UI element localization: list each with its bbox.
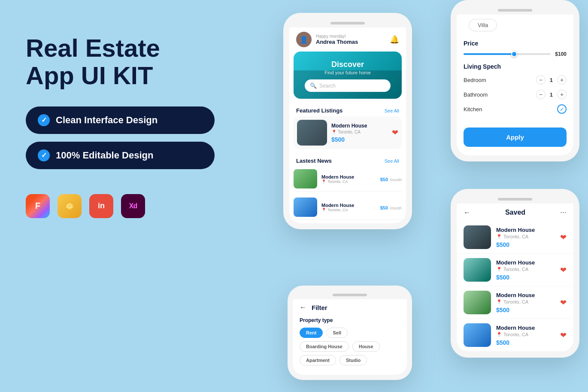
tag-house[interactable]: House bbox=[352, 341, 380, 352]
feature-badge-2: ✓ 100% Editable Design bbox=[26, 142, 215, 169]
figma-icon: F bbox=[26, 194, 50, 218]
feature-badge-1: ✓ Clean Interface Design bbox=[26, 106, 215, 134]
hero-banner: Discover Find your future home 🔍 Search bbox=[294, 52, 402, 99]
featured-section-header: Featured Listings See All bbox=[289, 103, 406, 116]
header-row: 👤 Happy monday! Andrea Thomas 🔔 bbox=[289, 27, 406, 52]
left-panel: Real Estate App UI KIT ✓ Clean Interface… bbox=[0, 0, 240, 392]
news-info-1: Modern House 📍 Toronto, CA bbox=[321, 174, 376, 184]
property-type-tags: Rent Sell Boarding House House Apartment… bbox=[293, 325, 407, 368]
living-section: Living Spech Bedroom − 1 + Bathroom − 1 … bbox=[457, 61, 573, 123]
filter-notch-bar bbox=[333, 294, 367, 296]
saved-notch bbox=[457, 195, 573, 204]
filter-header: ← Filter bbox=[293, 299, 407, 316]
notch bbox=[289, 19, 406, 27]
listing-card-1[interactable]: Modern House 📍 Toronto, CA $500 ❤ bbox=[294, 116, 402, 149]
search-icon: 🔍 bbox=[310, 82, 317, 89]
saved-back-arrow[interactable]: ← bbox=[464, 209, 470, 216]
bell-icon[interactable]: 🔔 bbox=[390, 35, 399, 44]
bathroom-row: Bathroom − 1 + bbox=[464, 90, 567, 99]
slider-thumb[interactable] bbox=[511, 51, 517, 57]
saved-screen: ← Saved ··· Modern House 📍 Toronto, CA $… bbox=[457, 195, 573, 352]
news-price-1: $50 /month bbox=[380, 175, 402, 183]
saved-heart-2[interactable]: ❤ bbox=[560, 265, 567, 275]
slider-fill bbox=[464, 53, 516, 55]
filter3-notch bbox=[457, 6, 573, 15]
favorite-icon-1[interactable]: ❤ bbox=[392, 128, 398, 137]
tag-rent[interactable]: Rent bbox=[300, 328, 323, 338]
phone-filter: ← Filter Property type Rent Sell Boardin… bbox=[288, 286, 412, 380]
saved-item-2[interactable]: Modern House 📍 Toronto, CA $500 ❤ bbox=[457, 254, 573, 286]
price-section: Price $100 bbox=[457, 36, 573, 61]
saved-loc-1: 📍 Toronto, CA bbox=[496, 234, 555, 240]
saved-loc-2: 📍 Toronto, CA bbox=[496, 267, 555, 272]
bathroom-decrement[interactable]: − bbox=[536, 90, 546, 99]
saved-info-2: Modern House 📍 Toronto, CA $500 bbox=[496, 259, 555, 281]
pin-icon-7: 📍 bbox=[496, 332, 502, 337]
tag-sell[interactable]: Sell bbox=[326, 328, 348, 338]
saved-notch-bar bbox=[498, 198, 532, 201]
filter3-notch-bar bbox=[498, 9, 532, 12]
saved-heart-1[interactable]: ❤ bbox=[560, 233, 567, 242]
bedroom-counter: − 1 + bbox=[536, 75, 567, 85]
news-loc-2: 📍 Toronto, CA bbox=[321, 208, 376, 212]
saved-thumb-1 bbox=[464, 225, 491, 249]
saved-loc-3: 📍 Toronto, CA bbox=[496, 299, 555, 305]
listing-thumb-1 bbox=[297, 120, 327, 146]
saved-thumb-3 bbox=[464, 291, 491, 314]
villa-tag[interactable]: Villa bbox=[469, 19, 497, 31]
listing-loc-1: 📍 Toronto, CA bbox=[331, 130, 388, 134]
saved-item-1[interactable]: Modern House 📍 Toronto, CA $500 ❤ bbox=[457, 221, 573, 254]
filter-screen: ← Filter Property type Rent Sell Boardin… bbox=[293, 291, 407, 375]
sketch-icon bbox=[58, 194, 82, 218]
dots-menu-icon[interactable]: ··· bbox=[560, 208, 567, 217]
tag-apartment[interactable]: Apartment bbox=[300, 355, 336, 365]
tag-studio[interactable]: Studio bbox=[339, 355, 367, 365]
news-section-header: Lastest News See All bbox=[289, 153, 406, 167]
listing-image-1 bbox=[297, 120, 327, 146]
bedroom-decrement[interactable]: − bbox=[536, 75, 546, 85]
bedroom-increment[interactable]: + bbox=[557, 75, 567, 85]
listing-info-1: Modern House 📍 Toronto, CA $500 bbox=[331, 123, 388, 143]
news-card-1[interactable]: Modern House 📍 Toronto, CA $50 /month bbox=[294, 167, 402, 191]
back-arrow-icon[interactable]: ← bbox=[300, 304, 306, 311]
main-title: Real Estate App UI KIT bbox=[26, 34, 215, 89]
filter-notch bbox=[293, 291, 407, 299]
news-price-2: $50 /month bbox=[380, 204, 402, 211]
price-slider[interactable] bbox=[464, 53, 551, 55]
news-loc-1: 📍 Toronto, CA bbox=[321, 179, 376, 184]
news-thumb-1 bbox=[294, 169, 317, 188]
pin-icon-4: 📍 bbox=[496, 234, 502, 240]
pin-icon-6: 📍 bbox=[496, 299, 502, 305]
news-thumb-2 bbox=[294, 198, 317, 217]
kitchen-row: Kitchen ✓ bbox=[464, 104, 567, 114]
saved-info-4: Modern House 📍 Toronto, CA $500 bbox=[496, 325, 555, 346]
news-card-2[interactable]: Modern House 📍 Toronto, CA $50 /month bbox=[294, 195, 402, 220]
avatar: 👤 bbox=[296, 32, 312, 47]
user-text: Happy monday! Andrea Thomas bbox=[316, 34, 358, 45]
main-screen: 👤 Happy monday! Andrea Thomas 🔔 Discover… bbox=[289, 19, 406, 223]
pin-icon: 📍 bbox=[331, 130, 336, 134]
kitchen-check[interactable]: ✓ bbox=[557, 104, 567, 114]
filter-options-screen: Villa Price $100 Living Spech Bedroom − … bbox=[457, 6, 573, 155]
phone-main: 👤 Happy monday! Andrea Thomas 🔔 Discover… bbox=[283, 13, 412, 229]
apply-button[interactable]: Apply bbox=[464, 128, 567, 147]
saved-thumb-4 bbox=[464, 323, 491, 347]
xd-icon: Xd bbox=[121, 194, 145, 218]
bathroom-increment[interactable]: + bbox=[557, 90, 567, 99]
saved-heart-3[interactable]: ❤ bbox=[560, 298, 567, 307]
saved-heart-4[interactable]: ❤ bbox=[560, 331, 567, 340]
saved-info-1: Modern House 📍 Toronto, CA $500 bbox=[496, 227, 555, 248]
saved-item-3[interactable]: Modern House 📍 Toronto, CA $500 ❤ bbox=[457, 286, 573, 319]
phone-filter-options: Villa Price $100 Living Spech Bedroom − … bbox=[451, 0, 579, 161]
saved-item-4[interactable]: Modern House 📍 Toronto, CA $500 ❤ bbox=[457, 319, 573, 352]
saved-header: ← Saved ··· bbox=[457, 204, 573, 221]
check-icon-1: ✓ bbox=[38, 114, 50, 126]
pin-icon-2: 📍 bbox=[321, 179, 326, 184]
saved-loc-4: 📍 Toronto, CA bbox=[496, 332, 555, 337]
phone-saved: ← Saved ··· Modern House 📍 Toronto, CA $… bbox=[451, 189, 579, 358]
tag-boarding-house[interactable]: Boarding House bbox=[300, 341, 349, 352]
bedroom-row: Bedroom − 1 + bbox=[464, 75, 567, 85]
invision-icon: in bbox=[89, 194, 113, 218]
search-bar[interactable]: 🔍 Search bbox=[305, 79, 391, 92]
notch-bar bbox=[330, 22, 365, 24]
